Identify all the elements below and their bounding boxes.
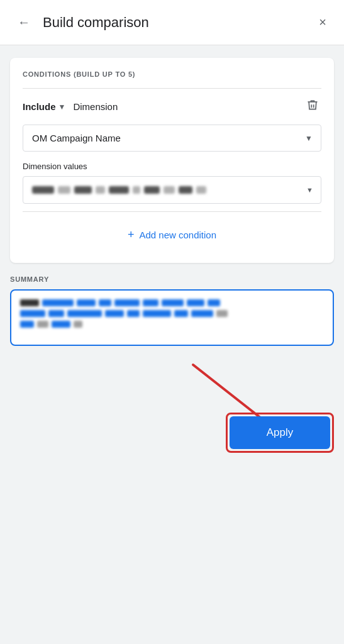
blurred-value-9 [179,186,192,194]
page-title: Build comparison [43,14,314,31]
dimension-select[interactable]: OM Campaign Name Campaign Ad Group Keywo… [23,125,321,152]
sum-blk-11 [48,310,64,317]
sum-blk-17 [191,310,213,317]
sum-blk-4 [99,299,111,306]
add-condition-button[interactable]: + Add new condition [23,219,321,250]
summary-section: SUMMARY [10,275,334,346]
header: ← Build comparison × [0,0,344,45]
sum-blk-21 [52,321,70,328]
sum-blk-14 [127,310,140,317]
apply-button-border: Apply [226,413,334,453]
divider-bottom [23,211,321,212]
summary-box [10,289,334,346]
blurred-value-5 [109,186,129,194]
summary-row-1 [20,299,324,306]
sum-blk-13 [105,310,124,317]
sum-blk-18 [216,310,228,317]
delete-condition-button[interactable] [304,96,321,117]
apply-button-wrapper: Apply [226,413,334,453]
sum-blk-3 [77,299,96,306]
main-content: CONDITIONS (BUILD UP TO 5) Include ▼ Dim… [0,45,344,358]
blurred-value-6 [133,186,140,194]
blurred-value-7 [144,186,160,194]
sum-blk-22 [74,321,82,328]
conditions-label: CONDITIONS (BUILD UP TO 5) [23,70,321,78]
sum-blk-16 [174,310,188,317]
blurred-value-4 [96,186,105,194]
plus-icon: + [128,228,135,242]
condition-row: Include ▼ Dimension [23,96,321,117]
dimension-type-label: Dimension [73,101,296,112]
back-icon: ← [18,15,30,30]
values-chevron-icon: ▼ [306,186,313,194]
add-condition-label: Add new condition [139,230,216,240]
summary-label: SUMMARY [10,275,334,283]
include-dropdown-button[interactable]: Include ▼ [23,99,65,114]
sum-blk-5 [114,299,140,306]
divider-top [23,88,321,89]
back-button[interactable]: ← [13,10,35,35]
dimension-select-wrapper: OM Campaign Name Campaign Ad Group Keywo… [23,125,321,152]
dimension-values-label: Dimension values [23,162,321,171]
sum-blk-12 [67,310,102,317]
sum-blk-7 [162,299,184,306]
dimension-values-field[interactable]: ▼ [23,176,321,204]
summary-row-2 [20,310,324,317]
include-label: Include [23,101,56,112]
conditions-card: CONDITIONS (BUILD UP TO 5) Include ▼ Dim… [10,58,334,263]
blurred-value-10 [196,186,206,194]
sum-blk-19 [20,321,34,328]
blurred-value-8 [164,186,175,194]
trash-icon [306,101,319,114]
apply-button[interactable]: Apply [230,416,330,449]
close-button[interactable]: × [314,10,331,35]
sum-blk-10 [20,310,45,317]
summary-row-3 [20,321,324,328]
sum-blk-20 [37,321,48,328]
sum-blk-8 [187,299,204,306]
sum-blk-15 [143,310,171,317]
sum-blk-1 [20,299,39,306]
blurred-value-2 [58,186,70,194]
sum-blk-9 [208,299,220,306]
sum-blk-2 [42,299,74,306]
include-chevron-icon: ▼ [58,103,66,111]
bottom-area: Apply [0,358,344,472]
close-icon: × [319,15,326,30]
apply-label: Apply [267,426,294,438]
blurred-value-3 [74,186,92,194]
sum-blk-6 [143,299,158,306]
blurred-value-1 [32,186,54,194]
